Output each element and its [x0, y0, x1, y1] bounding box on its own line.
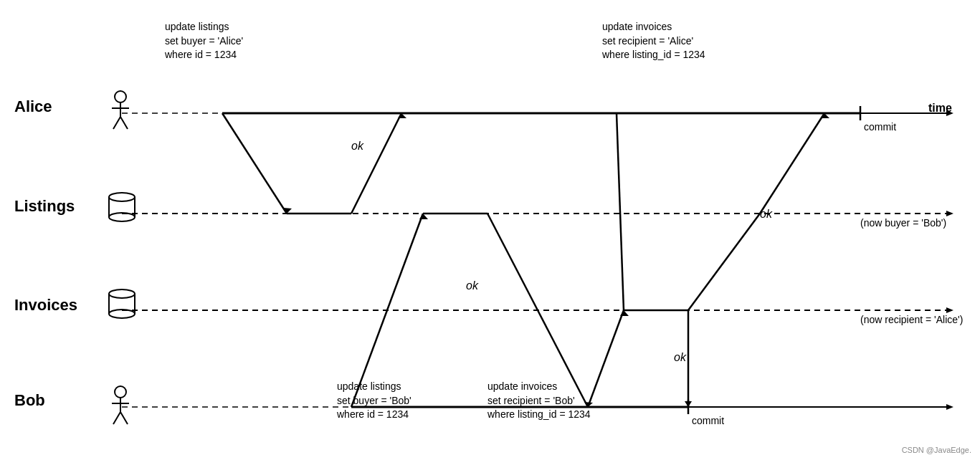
time-label: time	[928, 100, 952, 116]
svg-point-50	[109, 310, 135, 318]
svg-line-29	[588, 310, 624, 407]
invoices-label: Invoices	[14, 296, 77, 315]
svg-point-47	[109, 289, 135, 298]
alice-label: Alice	[14, 97, 52, 116]
svg-line-23	[351, 214, 423, 407]
listings-label: Listings	[14, 197, 75, 216]
svg-point-46	[109, 213, 135, 221]
svg-line-35	[688, 214, 760, 310]
svg-line-34	[617, 113, 624, 310]
ok3-label: ok	[674, 351, 686, 364]
now-recipient-label: (now recipient = 'Alice')	[860, 314, 963, 325]
alice-icon	[106, 90, 135, 133]
alice-cmd2: update invoices set recipient = 'Alice' …	[602, 20, 705, 62]
svg-point-38	[115, 91, 126, 102]
svg-marker-13	[946, 404, 953, 410]
listings-icon	[106, 190, 138, 227]
svg-line-55	[120, 412, 128, 424]
svg-line-21	[351, 113, 401, 214]
alice-cmd1: update listings set buyer = 'Alice' wher…	[165, 20, 243, 62]
ok1-label: ok	[351, 140, 363, 153]
svg-line-41	[113, 117, 120, 129]
alice-commit: commit	[864, 120, 896, 135]
ok2-label: ok	[466, 279, 478, 292]
svg-line-54	[113, 412, 120, 424]
svg-point-43	[109, 193, 135, 201]
bob-commit: commit	[692, 414, 724, 428]
svg-line-42	[120, 117, 128, 129]
bob-cmd2: update invoices set recipient = 'Bob' wh…	[487, 380, 591, 422]
bob-icon	[106, 385, 135, 428]
ok4-label: ok	[760, 208, 772, 221]
invoices-icon	[106, 287, 138, 324]
svg-line-36	[760, 113, 824, 214]
bob-cmd1: update listings set buyer = 'Bob' where …	[337, 380, 411, 422]
svg-marker-17	[946, 307, 953, 313]
watermark: CSDN @JavaEdge.	[902, 446, 971, 454]
svg-marker-15	[946, 211, 953, 216]
svg-point-51	[115, 386, 126, 398]
bob-label: Bob	[14, 391, 45, 410]
diagram: Alice Listings Invoices Bob update listi…	[0, 0, 980, 460]
svg-line-18	[222, 113, 287, 214]
svg-line-26	[487, 214, 538, 310]
now-buyer-label: (now buyer = 'Bob')	[860, 217, 946, 229]
